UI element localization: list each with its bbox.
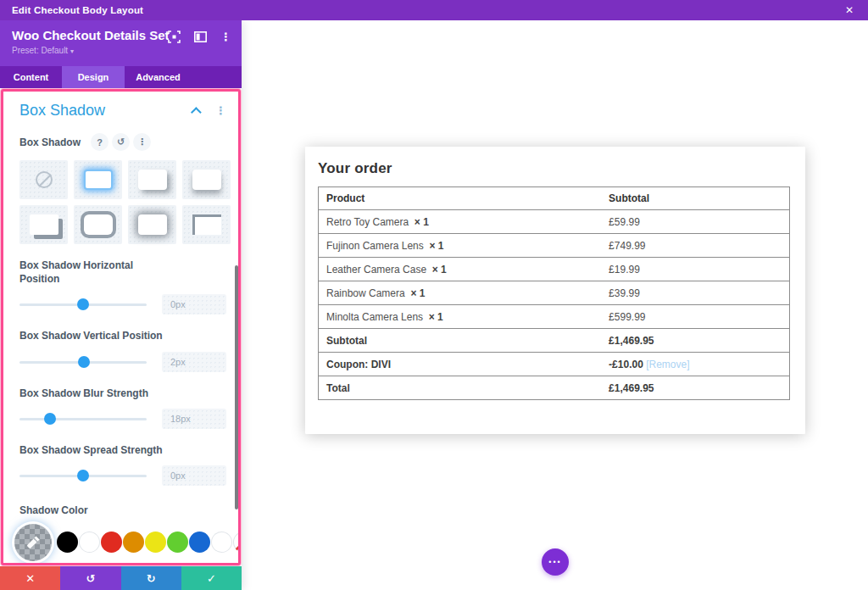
section-title-box-shadow[interactable]: Box Shadow: [19, 102, 194, 120]
slider-thumb[interactable]: [44, 413, 56, 425]
coupon-label: Coupon: DIVI: [319, 353, 602, 376]
shadow-preset-top-left-corner[interactable]: [182, 205, 231, 244]
table-row: Minolta Camera Lens × 1 £599.99: [319, 305, 790, 329]
vertical-position-label: Box Shadow Vertical Position: [19, 329, 170, 342]
blur-strength-label: Box Shadow Blur Strength: [19, 387, 170, 400]
chevron-down-icon: ▾: [70, 47, 74, 55]
order-review-card[interactable]: Your order Product Subtotal Retro Toy Ca…: [305, 147, 805, 434]
swatch-blue[interactable]: [189, 532, 210, 553]
dock-panel-icon[interactable]: [194, 31, 207, 42]
shadow-preset-none[interactable]: [19, 160, 68, 199]
product-name: Fujinon Camera Lens: [326, 240, 424, 252]
shadow-preset-hard-offset[interactable]: [19, 205, 68, 244]
coupon-value: -£10.00: [609, 359, 643, 370]
panel-scrollbar[interactable]: [235, 265, 238, 509]
total-row: Total £1,469.95: [319, 376, 790, 400]
reset-icon[interactable]: ↺: [112, 133, 130, 151]
col-product: Product: [319, 187, 602, 210]
redo-button[interactable]: ↻: [121, 566, 181, 590]
tab-advanced[interactable]: Advanced: [125, 66, 192, 88]
swatch-black[interactable]: [57, 532, 78, 553]
undo-button[interactable]: ↺: [60, 566, 120, 590]
kebab-menu-icon[interactable]: ⋮: [220, 31, 231, 42]
table-row: Retro Toy Camera × 1 £59.99: [319, 210, 790, 234]
builder-top-bar: Edit Checkout Body Layout ✕: [0, 0, 868, 20]
horizontal-position-slider[interactable]: [19, 298, 147, 310]
swatch-transparent[interactable]: [233, 532, 241, 553]
subtotal-label: Subtotal: [319, 329, 602, 353]
help-icon[interactable]: ?: [91, 133, 108, 151]
product-qty: × 1: [429, 311, 443, 323]
module-title: Woo Checkout Details Setti...: [12, 28, 169, 42]
product-name: Retro Toy Camera: [326, 216, 409, 228]
horizontal-position-input[interactable]: 0px: [162, 294, 226, 314]
product-name: Rainbow Camera: [326, 287, 405, 299]
swatch-white-2[interactable]: [211, 532, 232, 553]
coupon-row: Coupon: DIVI -£10.00 [Remove]: [319, 353, 790, 376]
swatch-red[interactable]: [101, 532, 122, 553]
tab-content[interactable]: Content: [0, 66, 62, 88]
vertical-position-slider[interactable]: [19, 356, 147, 368]
subtotal-row: Subtotal £1,469.95: [319, 329, 790, 353]
shadow-preset-bottom[interactable]: [182, 160, 231, 199]
product-name: Minolta Camera Lens: [326, 311, 423, 323]
total-value: £1,469.95: [601, 376, 789, 400]
shadow-color-swatches: [14, 524, 226, 561]
product-price: £19.99: [601, 258, 789, 281]
coupon-remove-link[interactable]: [Remove]: [646, 359, 689, 370]
blur-strength-slider[interactable]: [19, 413, 147, 425]
swatch-yellow[interactable]: [145, 532, 166, 553]
box-shadow-field-label: Box Shadow: [19, 136, 81, 148]
table-header-row: Product Subtotal: [319, 187, 790, 210]
spread-strength-input[interactable]: 0px: [162, 465, 226, 486]
shadow-preset-ring[interactable]: [74, 205, 122, 244]
save-button[interactable]: ✓: [181, 566, 242, 590]
page-settings-fab[interactable]: •••: [542, 548, 569, 576]
close-icon[interactable]: ✕: [839, 0, 860, 20]
swatch-green[interactable]: [167, 532, 188, 553]
swatch-orange[interactable]: [123, 532, 144, 553]
horizontal-position-label: Box Shadow Horizontal Position: [19, 259, 170, 286]
shadow-preset-soft-selected[interactable]: [74, 160, 122, 199]
order-title: Your order: [318, 160, 790, 177]
subtotal-value: £1,469.95: [601, 329, 789, 353]
discard-button[interactable]: ✕: [0, 566, 60, 590]
eyedropper-icon[interactable]: [14, 524, 52, 561]
product-qty: × 1: [432, 264, 447, 276]
slider-thumb[interactable]: [77, 470, 89, 481]
no-shadow-icon: [36, 171, 53, 188]
product-price: £39.99: [601, 281, 789, 305]
product-qty: × 1: [410, 287, 425, 299]
builder-canvas: Your order Product Subtotal Retro Toy Ca…: [242, 20, 868, 590]
page-title: Edit Checkout Body Layout: [0, 5, 143, 15]
product-name: Leather Camera Case: [326, 264, 426, 276]
swatch-white[interactable]: [79, 532, 100, 553]
shadow-preset-blur-all[interactable]: [128, 205, 176, 244]
section-kebab-icon[interactable]: ⋮: [215, 104, 226, 117]
col-subtotal: Subtotal: [601, 187, 789, 210]
slider-thumb[interactable]: [78, 356, 90, 368]
product-qty: × 1: [415, 216, 429, 228]
product-price: £599.99: [601, 305, 789, 329]
product-qty: × 1: [429, 240, 443, 252]
order-table: Product Subtotal Retro Toy Camera × 1 £5…: [318, 186, 790, 400]
shadow-color-label: Shadow Color: [19, 504, 216, 516]
blur-strength-input[interactable]: 18px: [162, 409, 226, 429]
preset-selector[interactable]: Preset: Default ▾: [12, 46, 242, 55]
box-shadow-presets: [19, 160, 231, 244]
table-row: Fujinon Camera Lens × 1 £749.99: [319, 234, 790, 258]
table-row: Leather Camera Case × 1 £19.99: [319, 258, 790, 281]
focus-mode-icon[interactable]: [168, 31, 181, 43]
spread-strength-slider[interactable]: [19, 470, 147, 481]
shadow-preset-bottom-right[interactable]: [128, 160, 176, 199]
table-row: Rainbow Camera × 1 £39.99: [319, 281, 790, 305]
design-options-region: Box Shadow ⋮ Box Shadow ? ↺ ⋮: [1, 89, 241, 565]
vertical-position-input[interactable]: 2px: [162, 352, 226, 372]
settings-panel: Woo Checkout Details Setti... Preset: De…: [0, 20, 242, 590]
settings-panel-header: Woo Checkout Details Setti... Preset: De…: [0, 20, 242, 66]
slider-thumb[interactable]: [77, 298, 89, 310]
tab-design[interactable]: Design: [62, 66, 125, 88]
total-label: Total: [319, 376, 602, 400]
product-price: £749.99: [601, 234, 789, 258]
options-kebab-icon[interactable]: ⋮: [133, 133, 151, 151]
